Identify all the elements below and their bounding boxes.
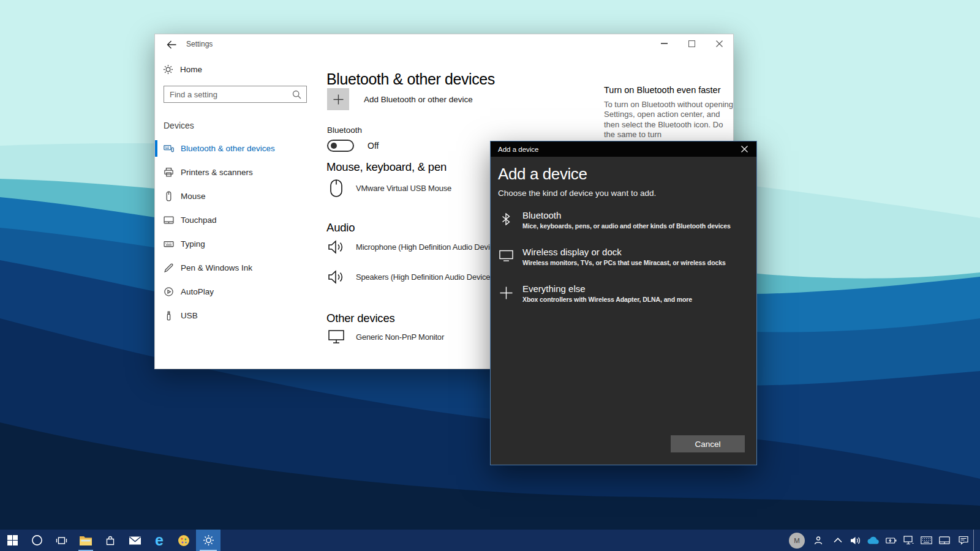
option-description: Mice, keyboards, pens, or audio and othe…: [522, 222, 731, 230]
option-description: Wireless monitors, TVs, or PCs that use …: [522, 259, 726, 266]
close-button[interactable]: [706, 34, 733, 53]
store-button[interactable]: [98, 530, 123, 551]
people-button[interactable]: [808, 530, 829, 551]
start-button[interactable]: [0, 530, 24, 551]
sidebar-item-home[interactable]: Home: [163, 64, 202, 75]
search-circle-icon: [31, 534, 43, 546]
touch-keyboard-button[interactable]: [918, 530, 935, 551]
device-row-vmware-mouse[interactable]: VMware Virtual USB Mouse: [327, 179, 451, 197]
sidebar-item-touchpad[interactable]: Touchpad: [155, 208, 326, 232]
add-a-device-dialog: Add a device Add a device Choose the kin…: [490, 141, 757, 465]
sidebar-item-usb[interactable]: USB: [155, 304, 326, 328]
related-settings-aside: Turn on Bluetooth even faster To turn on…: [604, 85, 735, 140]
option-everything-else[interactable]: Everything else Xbox controllers with Wi…: [498, 283, 750, 313]
mail-button[interactable]: [123, 530, 147, 551]
option-bluetooth[interactable]: Bluetooth Mice, keyboards, pens, or audi…: [498, 210, 750, 239]
dialog-subheading: Choose the kind of device you want to ad…: [498, 189, 656, 198]
sidebar-item-typing[interactable]: Typing: [155, 232, 326, 256]
find-a-setting-searchbox[interactable]: [164, 86, 307, 103]
search-icon: [292, 90, 301, 99]
speaker-icon: [327, 240, 345, 254]
touchpad-tray-button[interactable]: [935, 530, 953, 551]
sidebar-item-autoplay[interactable]: AutoPlay: [155, 280, 326, 304]
task-view-button[interactable]: [49, 530, 74, 551]
search-input[interactable]: [164, 90, 292, 99]
hidden-icons-button[interactable]: [829, 530, 846, 551]
people-icon: [813, 536, 823, 545]
power-button[interactable]: [882, 530, 900, 551]
sidebar-section-devices: Devices: [164, 121, 194, 130]
network-button[interactable]: [900, 530, 918, 551]
device-row-microphone[interactable]: Microphone (High Definition Audio Device…: [327, 240, 500, 254]
edge-icon: e: [155, 533, 164, 548]
autoplay-icon: [164, 287, 174, 297]
device-name: Speakers (High Definition Audio Device): [356, 272, 492, 282]
gear-icon: [203, 534, 214, 546]
cancel-button[interactable]: Cancel: [671, 435, 745, 452]
device-row-speakers[interactable]: Speakers (High Definition Audio Device): [327, 270, 492, 284]
sidebar-item-mouse[interactable]: Mouse: [155, 184, 326, 208]
touch-keyboard-icon: [921, 536, 932, 544]
user-avatar-button[interactable]: M: [786, 530, 808, 551]
sidebar-item-label: USB: [181, 311, 198, 320]
onedrive-button[interactable]: [864, 530, 882, 551]
action-center-icon: [959, 536, 968, 545]
dialog-title: Add a device: [491, 146, 539, 153]
onedrive-cloud-icon: [867, 536, 880, 544]
maximize-button[interactable]: [678, 34, 706, 53]
back-button[interactable]: [162, 37, 181, 53]
option-description: Xbox controllers with Wireless Adapter, …: [522, 296, 692, 303]
gear-icon: [163, 64, 173, 75]
edge-button[interactable]: e: [147, 530, 172, 551]
volume-icon: [850, 536, 861, 545]
close-icon: [716, 40, 723, 47]
task-view-icon: [56, 535, 67, 546]
aside-heading: Turn on Bluetooth even faster: [604, 85, 735, 95]
minimize-icon: [661, 43, 668, 43]
device-name: VMware Virtual USB Mouse: [356, 184, 451, 193]
store-bag-icon: [105, 535, 116, 546]
file-explorer-button[interactable]: [74, 530, 98, 551]
show-desktop-button[interactable]: [973, 530, 980, 551]
settings-titlebar: Settings: [155, 34, 733, 56]
option-title: Wireless display or dock: [522, 247, 726, 258]
taskbar: e M: [0, 530, 980, 551]
close-icon: [741, 146, 748, 152]
sidebar-item-label: Touchpad: [181, 216, 217, 225]
device-row-generic-monitor[interactable]: Generic Non-PnP Monitor: [327, 330, 444, 343]
maximize-icon: [688, 40, 695, 47]
section-heading-mouse-keyboard-pen: Mouse, keyboard, & pen: [326, 160, 447, 174]
plus-icon: [327, 88, 349, 110]
sidebar-item-label: Bluetooth & other devices: [181, 144, 275, 153]
add-bluetooth-device-button[interactable]: Add Bluetooth or other device: [327, 88, 473, 110]
volume-button[interactable]: [846, 530, 864, 551]
sidebar-item-bluetooth-other-devices[interactable]: Bluetooth & other devices: [155, 137, 326, 160]
mouse-icon: [327, 179, 345, 197]
keyboard-icon: [164, 239, 174, 249]
dialog-heading: Add a device: [498, 165, 587, 184]
bluetooth-label: Bluetooth: [327, 126, 362, 135]
action-center-button[interactable]: [953, 530, 973, 551]
plus-icon: [498, 283, 514, 313]
sidebar-item-label: AutoPlay: [181, 287, 214, 296]
sidebar-item-label: Home: [180, 65, 202, 74]
dialog-close-button[interactable]: [732, 141, 756, 157]
sidebar-item-printers-scanners[interactable]: Printers & scanners: [155, 160, 326, 184]
sidebar-item-pen-windows-ink[interactable]: Pen & Windows Ink: [155, 256, 326, 280]
settings-app-button[interactable]: [196, 530, 221, 551]
cortana-search-button[interactable]: [24, 530, 49, 551]
aside-body: To turn on Bluetooth without opening Set…: [604, 100, 735, 140]
add-device-label: Add Bluetooth or other device: [364, 95, 473, 104]
bluetooth-toggle[interactable]: Off: [327, 140, 379, 152]
paint-app-button[interactable]: [172, 530, 196, 551]
sidebar-item-label: Pen & Windows Ink: [181, 263, 252, 272]
paint-cookie-icon: [178, 534, 190, 547]
wireless-display-icon: [498, 247, 514, 276]
option-wireless-display-or-dock[interactable]: Wireless display or dock Wireless monito…: [498, 247, 750, 276]
pen-icon: [164, 263, 174, 273]
dialog-titlebar: Add a device: [491, 141, 756, 157]
system-tray: M: [786, 530, 980, 551]
toggle-state-label: Off: [368, 141, 379, 151]
section-heading-other-devices: Other devices: [326, 312, 395, 325]
minimize-button[interactable]: [650, 34, 678, 53]
